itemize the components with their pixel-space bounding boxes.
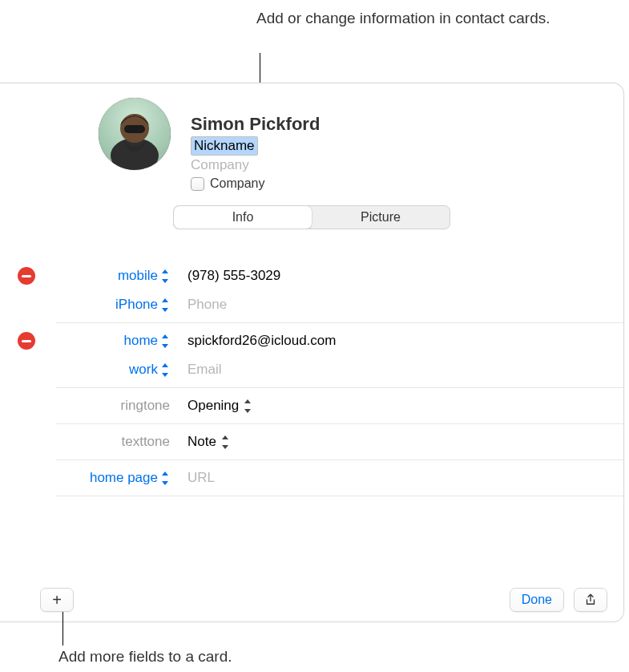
texttone-select[interactable]: Note — [176, 434, 606, 450]
stepper-icon[interactable] — [161, 334, 170, 348]
remove-icon[interactable] — [18, 267, 35, 285]
phone-group: mobile (978) 555-3029 iPhone Phone — [0, 261, 623, 319]
field-row: home spickford26@icloud.com — [0, 326, 623, 355]
stepper-icon[interactable] — [161, 269, 170, 283]
field-label: texttone — [122, 434, 171, 450]
contact-card: Simon Pickford Nickname Company Company … — [0, 83, 624, 622]
divider — [56, 496, 623, 496]
share-icon — [583, 593, 598, 607]
done-button[interactable]: Done — [510, 588, 564, 612]
field-value[interactable]: URL — [176, 470, 606, 486]
footer: + Done — [0, 578, 623, 621]
field-value[interactable]: Phone — [176, 297, 606, 313]
field-row: iPhone Phone — [0, 290, 623, 319]
field-row: work Email — [0, 355, 623, 384]
callout-line-bottom — [62, 612, 63, 646]
svg-rect-3 — [124, 125, 145, 133]
divider — [56, 459, 623, 460]
stepper-icon[interactable] — [161, 298, 170, 312]
card-header: Simon Pickford Nickname Company Company … — [0, 83, 623, 242]
add-field-button[interactable]: + — [40, 588, 74, 612]
field-label-select[interactable]: home page — [90, 470, 158, 486]
avatar[interactable] — [99, 98, 171, 170]
stepper-icon[interactable] — [244, 399, 252, 413]
share-button[interactable] — [574, 588, 607, 612]
info-picture-tabs: Info Picture — [173, 205, 450, 229]
field-row: mobile (978) 555-3029 — [0, 261, 623, 290]
tab-picture[interactable]: Picture — [312, 206, 450, 229]
field-value[interactable]: spickford26@icloud.com — [176, 333, 606, 349]
divider — [56, 387, 623, 388]
ringtone-select[interactable]: Opening — [176, 398, 606, 414]
company-field[interactable]: Company — [191, 157, 607, 173]
stepper-icon[interactable] — [161, 363, 170, 377]
field-row: texttone Note — [0, 427, 623, 456]
field-label-select[interactable]: iPhone — [115, 297, 158, 313]
email-group: home spickford26@icloud.com work Email — [0, 326, 623, 384]
nickname-field[interactable]: Nickname — [191, 136, 258, 156]
fields-list: mobile (978) 555-3029 iPhone Phone home — [0, 261, 623, 496]
field-value[interactable]: (978) 555-3029 — [176, 268, 606, 284]
remove-icon[interactable] — [18, 332, 35, 350]
stepper-icon[interactable] — [221, 435, 230, 449]
divider — [56, 322, 623, 323]
divider — [56, 423, 623, 424]
field-row: ringtone Opening — [0, 391, 623, 420]
contact-name[interactable]: Simon Pickford — [191, 114, 607, 135]
tab-info[interactable]: Info — [174, 206, 312, 229]
field-label-select[interactable]: home — [123, 333, 158, 349]
field-row: home page URL — [0, 464, 623, 492]
field-label: ringtone — [121, 398, 170, 414]
plus-icon: + — [52, 592, 62, 608]
field-label-select[interactable]: work — [129, 362, 158, 378]
stepper-icon[interactable] — [161, 472, 170, 485]
field-label-select[interactable]: mobile — [118, 268, 158, 284]
company-checkbox-label: Company — [210, 176, 264, 191]
callout-bottom: Add more fields to a card. — [58, 648, 232, 666]
field-value[interactable]: Email — [176, 362, 606, 378]
callout-top: Add or change information in contact car… — [256, 8, 550, 29]
company-checkbox[interactable] — [191, 177, 204, 191]
